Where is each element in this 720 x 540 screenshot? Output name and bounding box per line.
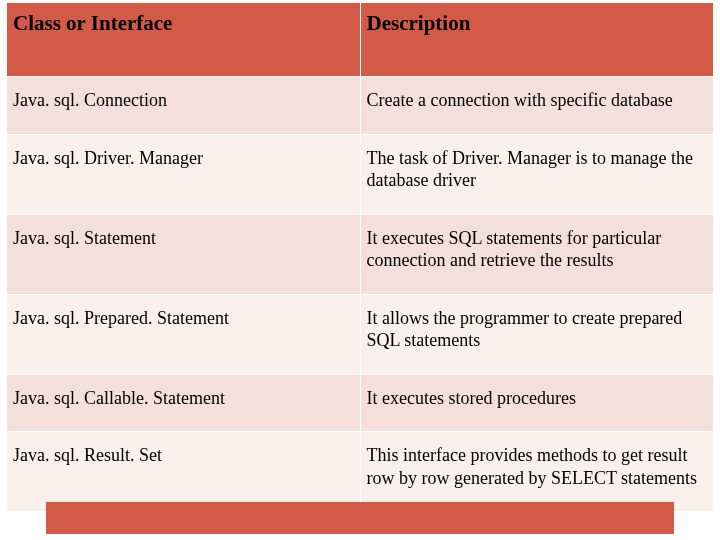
cell-class: Java. sql. Prepared. Statement	[7, 294, 361, 374]
cell-desc: This interface provides methods to get r…	[360, 432, 714, 512]
cell-desc: It executes SQL statements for particula…	[360, 214, 714, 294]
cell-class: Java. sql. Connection	[7, 77, 361, 135]
cell-desc: The task of Driver. Manager is to manage…	[360, 134, 714, 214]
table-row: Java. sql. Driver. Manager The task of D…	[7, 134, 714, 214]
cell-class: Java. sql. Callable. Statement	[7, 374, 361, 432]
table-row: Java. sql. Prepared. Statement It allows…	[7, 294, 714, 374]
table-header-row: Class or Interface Description	[7, 3, 714, 77]
cell-desc: It executes stored procedures	[360, 374, 714, 432]
cell-class: Java. sql. Driver. Manager	[7, 134, 361, 214]
jdbc-table: Class or Interface Description Java. sql…	[6, 2, 714, 512]
cell-class: Java. sql. Statement	[7, 214, 361, 294]
table-row: Java. sql. Result. Set This interface pr…	[7, 432, 714, 512]
footer-bar	[46, 502, 674, 534]
cell-desc: It allows the programmer to create prepa…	[360, 294, 714, 374]
slide: Class or Interface Description Java. sql…	[0, 0, 720, 540]
cell-class: Java. sql. Result. Set	[7, 432, 361, 512]
col-header-class: Class or Interface	[7, 3, 361, 77]
table-row: Java. sql. Connection Create a connectio…	[7, 77, 714, 135]
col-header-description: Description	[360, 3, 714, 77]
table-row: Java. sql. Callable. Statement It execut…	[7, 374, 714, 432]
table-row: Java. sql. Statement It executes SQL sta…	[7, 214, 714, 294]
cell-desc: Create a connection with specific databa…	[360, 77, 714, 135]
